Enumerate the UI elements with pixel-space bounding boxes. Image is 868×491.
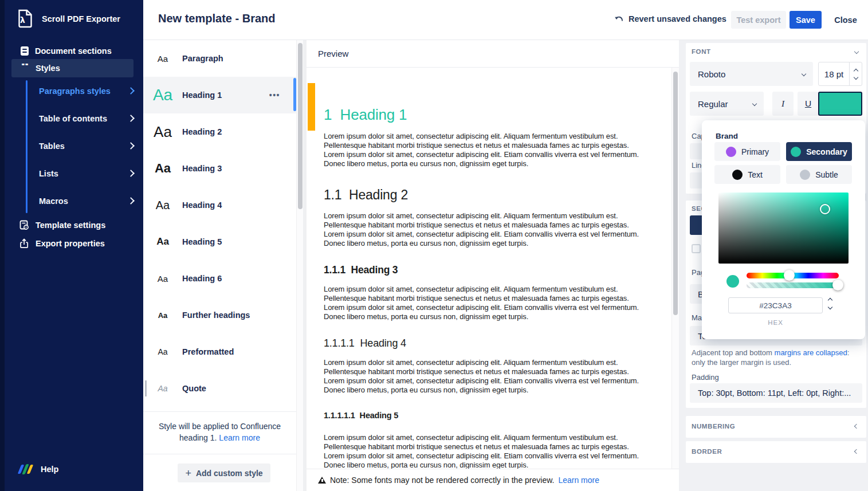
brand-color-primary[interactable]: Primary [714,142,780,161]
margins-collapsed-link[interactable]: margins are collapsed [775,348,847,357]
style-row-heading-5[interactable]: Aa Heading 5 [143,223,296,260]
style-sample: Aa [143,297,182,333]
brand-color-secondary[interactable]: Secondary [786,142,852,161]
nav-label: Document sections [35,46,112,56]
chevron-right-icon [127,170,135,177]
export-properties-icon [19,238,29,249]
chevron-down-icon[interactable] [854,49,859,54]
help-button[interactable]: Help [19,463,58,476]
add-custom-style-button[interactable]: + Add custom style [178,463,270,482]
font-weight-select[interactable]: Regular [690,92,764,116]
preview-title: Preview [318,49,348,58]
style-label: Further headings [182,297,250,333]
sidebar-item-paragraphs-styles[interactable]: Paragraphs styles [39,86,133,96]
heading-text: Heading 1 [340,106,407,123]
heading-text: Heading 2 [349,187,408,202]
alpha-slider[interactable] [747,282,839,288]
note-text: Adjacent top and bottom [692,348,775,357]
style-label: Heading 5 [182,223,222,260]
font-family-select[interactable]: Roboto [690,62,813,86]
style-row-heading-1[interactable]: Aa Heading 1 ••• [143,77,296,113]
sidebar-item-styles[interactable]: “ Styles [11,59,133,77]
chevron-down-icon [752,101,757,106]
preview-heading-1: 1Heading 1 [324,106,407,124]
chip-label: Primary [741,147,769,156]
lorem-paragraph: Lorem ipsum dolor sit amet, consectetur … [324,211,639,248]
style-row-heading-2[interactable]: Aa Heading 2 [143,113,296,150]
style-label: Heading 3 [182,150,222,187]
saturation-gradient-area[interactable] [718,193,849,264]
style-sample: Aa [143,370,182,407]
brand-color-subtle[interactable]: Subtle [786,165,852,184]
style-row-quote[interactable]: Aa Quote [143,370,296,407]
preview-heading-3: 1.1.1Heading 3 [324,264,398,276]
revert-unsaved-changes-button[interactable]: Revert unsaved changes [614,14,726,23]
italic-button[interactable]: I [772,92,794,116]
font-size-stepper[interactable]: 18 pt [818,62,862,86]
lorem-line: Donec libero metus, porta eu cursus non,… [324,239,639,248]
heading-number: 1.1.1 [324,264,345,276]
lorem-line: Lorem ipsum dolor sit amet, consectetur … [324,211,639,221]
heading-number: 1 [324,106,332,123]
note-text: Style will be applied to Confluence [159,422,281,431]
close-button[interactable]: Close [828,11,863,29]
text-color-dot [732,170,743,180]
color-cursor[interactable] [820,204,830,214]
style-row-heading-3[interactable]: Aa Heading 3 [143,150,296,187]
preview-scrollbar-thumb[interactable] [673,72,678,315]
style-label: Heading 1 [182,77,222,113]
style-row-heading-4[interactable]: Aa Heading 4 [143,187,296,223]
secondary-color-dot [791,147,801,157]
lorem-line: Lorem ipsum dolor sit amet, consectetur … [324,451,639,461]
padding-field[interactable]: Top: 30pt, Bottom: 11pt, Left: 0pt, Righ… [690,383,862,403]
lorem-line: Lorem ipsum dolor sit amet, consectetur … [324,150,639,159]
brand-color-text[interactable]: Text [714,165,780,184]
learn-more-link[interactable]: Learn more [219,433,260,442]
sidebar-item-document-sections[interactable]: Document sections [11,42,133,60]
style-list-scrollbar-thumb[interactable] [298,43,303,209]
note-text: heading 1. [179,433,219,442]
sidebar-item-tables[interactable]: Tables [39,141,133,151]
chevron-down-icon [828,305,832,309]
undo-icon [614,15,624,23]
hue-slider-handle[interactable] [784,270,795,281]
preview-document: 1Heading 1 Lorem ipsum dolor sit amet, c… [307,68,679,469]
nav-label: Template settings [36,221,105,230]
save-button[interactable]: Save [790,11,822,29]
style-label: Heading 2 [182,113,222,150]
style-row-preformatted[interactable]: Aa Preformatted [143,333,296,370]
sidebar-item-macros[interactable]: Macros [39,196,133,206]
style-row-further-headings[interactable]: Aa Further headings [143,297,296,333]
numbering-section-card[interactable]: NUMBERING [686,416,866,438]
subnav-accent-line [26,80,28,213]
style-row-heading-6[interactable]: Aa Heading 6 [143,260,296,297]
learn-more-link[interactable]: Learn more [558,476,599,485]
divider [143,454,296,454]
font-color-swatch-button[interactable] [818,92,862,116]
nav-label: Table of contents [39,114,107,123]
hex-input[interactable] [728,297,823,313]
style-label: Heading 4 [182,187,222,223]
k15t-logo-icon [19,463,34,476]
primary-color-dot [726,147,736,157]
chip-label: Subtle [815,170,838,179]
more-options-icon[interactable]: ••• [269,77,280,113]
font-size-value: 18 pt [819,62,849,85]
font-family-value: Roboto [698,69,725,79]
border-section-card[interactable]: BORDER [686,441,866,463]
lorem-line: Pellentesque habitant morbi tristique se… [324,442,639,451]
warning-icon [318,477,326,484]
stepper-arrows[interactable] [849,62,862,85]
sidebar-item-lists[interactable]: Lists [39,168,133,178]
section-checkbox[interactable] [692,244,701,253]
sidebar-item-template-settings[interactable]: Template settings [11,216,133,234]
hex-stepper[interactable] [828,298,832,309]
style-row-paragraph[interactable]: Aa Paragraph [143,40,296,77]
style-apply-note: Style will be applied to Confluence head… [143,421,296,443]
preview-heading-2: 1.1Heading 2 [324,187,408,203]
test-export-button[interactable]: Test export [731,11,786,29]
sidebar-item-table-of-contents[interactable]: Table of contents [39,113,133,123]
sidebar-item-export-properties[interactable]: Export properties [11,234,133,253]
alpha-slider-handle[interactable] [832,280,843,290]
underline-button[interactable]: U [798,92,819,116]
